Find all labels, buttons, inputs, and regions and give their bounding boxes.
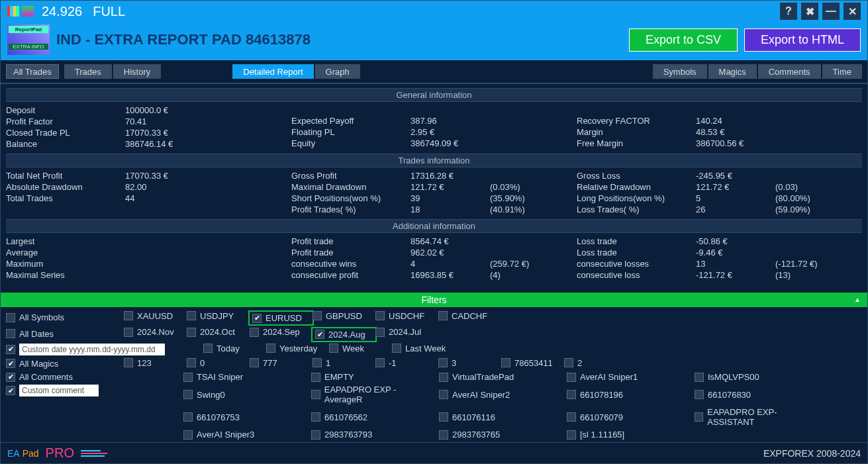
general-grid: Deposit100000.0 €Profit Factor70.41Close… [6,102,862,154]
filter-checkbox[interactable]: 2024.Aug [313,328,375,341]
tab-time[interactable]: Time [822,64,862,79]
section-additional-header: Additional information [6,219,862,233]
tab-symbols[interactable]: Symbols [653,64,707,79]
close-button[interactable]: ✕ [844,3,861,20]
filter-checkbox[interactable]: AverAI Sniper2 [439,385,561,404]
report-value: -245.95 € [696,171,775,181]
report-value-extra [775,171,842,181]
filter-checkbox[interactable]: USDJPY [187,311,250,321]
report-value: 5 [696,193,775,203]
filter-checkbox[interactable]: Yesterday [266,344,329,353]
report-label: Total Net Profit [6,171,125,181]
filter-checkbox[interactable]: [sl 1.11165] [567,430,689,440]
tab-graph[interactable]: Graph [315,64,360,79]
report-label: Free Margin [577,138,696,148]
footer-ea: EA [7,448,20,459]
report-label: consecutive wins [291,259,410,269]
report-value-extra: (35.90%) [490,193,556,203]
filter-checkbox[interactable]: IsMQLVPS00 [695,372,817,382]
filter-all-symbols[interactable]: All Symbols [6,312,119,322]
report-value: 2.95 € [410,127,490,137]
export-csv-button[interactable]: Export to CSV [629,28,738,52]
tab-all-trades[interactable]: All Trades [6,64,59,79]
filter-checkbox[interactable]: 2983763793 [311,430,434,440]
filter-checkbox[interactable]: 3 [438,358,501,368]
filter-checkbox[interactable]: AverAI Sniper1 [567,372,689,382]
filter-all-magics[interactable]: All Magics [6,359,119,369]
filter-checkbox[interactable]: Swing0 [183,385,306,404]
filter-checkbox[interactable]: 661076079 [567,407,689,427]
report-value: 386746.14 € [125,139,205,149]
filter-checkbox[interactable]: 2024.Jul [375,327,438,337]
filter-checkbox[interactable]: 2024.Nov [124,327,187,337]
tab-detailed-report[interactable]: Detailed Report [232,64,313,79]
report-label: Profit Trades( %) [291,205,410,214]
report-label: Loss Trades( %) [577,205,696,214]
filter-checkbox[interactable]: GBPUSD [313,311,375,321]
filter-checkbox[interactable]: Today [203,344,266,353]
filter-checkbox[interactable]: TSAI Sniper [183,372,306,382]
report-value: 17070.33 € [125,128,205,138]
filter-checkbox[interactable]: CADCHF [438,311,501,321]
tab-history[interactable]: History [113,64,161,79]
filter-checkbox[interactable]: -1 [375,358,438,368]
report-value: 13 [696,259,775,269]
filter-checkbox[interactable]: 0 [187,358,250,368]
report-label: Closed Trade PL [6,128,125,138]
report-label: Maximum [6,259,125,269]
filter-custom-comment[interactable]: Custom comment [6,385,178,396]
export-html-button[interactable]: Export to HTML [744,28,861,52]
filter-checkbox[interactable]: XAUUSD [124,311,187,321]
filter-all-comments[interactable]: All Comments [6,372,178,382]
tab-magics[interactable]: Magics [708,64,757,79]
filter-checkbox[interactable]: 78653411 [501,358,564,368]
settings-button[interactable]: ✖ [801,3,818,20]
report-value-extra: (80.00%) [775,193,842,203]
report-label: Relative Drawdown [577,182,696,192]
filter-checkbox[interactable]: 2024.Sep [250,327,313,337]
filter-checkbox[interactable]: 2983763765 [439,430,561,440]
filter-custom-date[interactable]: Custom date yyyy.mm.dd-yyyy.mm.dd [6,344,198,355]
report-label: consecutive profit [291,270,410,280]
report-value: 121.72 € [696,182,775,192]
filter-checkbox[interactable]: 2024.Oct [187,327,250,337]
filter-checkbox[interactable]: 2 [564,358,627,368]
version-label: 24.926 [42,4,82,19]
report-value: 44 [125,193,205,203]
filter-checkbox[interactable]: Last Week [392,344,455,353]
minimize-button[interactable]: — [822,3,840,20]
help-button[interactable]: ? [780,3,797,20]
filter-checkbox[interactable]: AverAI Sniper3 [183,430,306,440]
report-label: Maximal Drawdown [291,182,410,192]
report-value: 82.00 [125,182,205,192]
report-label: Short Positions(won %) [291,193,410,203]
tab-comments[interactable]: Comments [758,64,821,79]
filters-header[interactable]: Filters ▲ [1,293,867,307]
tab-trades[interactable]: Trades [64,64,112,79]
filter-checkbox[interactable]: 1 [313,358,375,368]
report-label: Balance [6,139,125,149]
report-value: 16963.85 € [410,270,490,280]
filter-checkbox[interactable]: EURUSD [250,312,313,324]
filter-checkbox[interactable]: VirtualTradePad [439,372,561,382]
report-label: Largest [6,236,125,246]
filter-checkbox[interactable]: 661076562 [311,407,434,427]
report-value-extra: (0.03%) [490,182,556,192]
filter-checkbox[interactable]: 661076116 [439,407,561,427]
filter-checkbox[interactable]: USDCHF [375,311,438,321]
filter-all-dates[interactable]: All Dates [6,329,119,339]
report-value-extra: (-121.72 €) [775,259,842,269]
filter-checkbox[interactable]: Week [329,344,392,353]
report-value: 386700.56 € [696,138,775,148]
filter-checkbox[interactable]: 777 [250,358,313,368]
filter-checkbox[interactable]: 661076830 [695,385,817,404]
filter-checkbox[interactable]: 123 [124,358,187,368]
filter-checkbox[interactable]: EAPADPRO EXP-ASSISTANT [695,407,817,427]
filter-checkbox[interactable]: EAPADPRO EXP - AverageR [311,385,434,404]
filter-checkbox[interactable]: 661078196 [567,385,689,404]
filter-checkbox[interactable]: 661076753 [183,407,306,427]
report-value: 100000.0 € [125,105,205,115]
filter-checkbox[interactable]: EMPTY [311,372,434,382]
section-trades-header: Trades information [6,154,862,167]
report-value: 386749.09 € [410,138,490,148]
